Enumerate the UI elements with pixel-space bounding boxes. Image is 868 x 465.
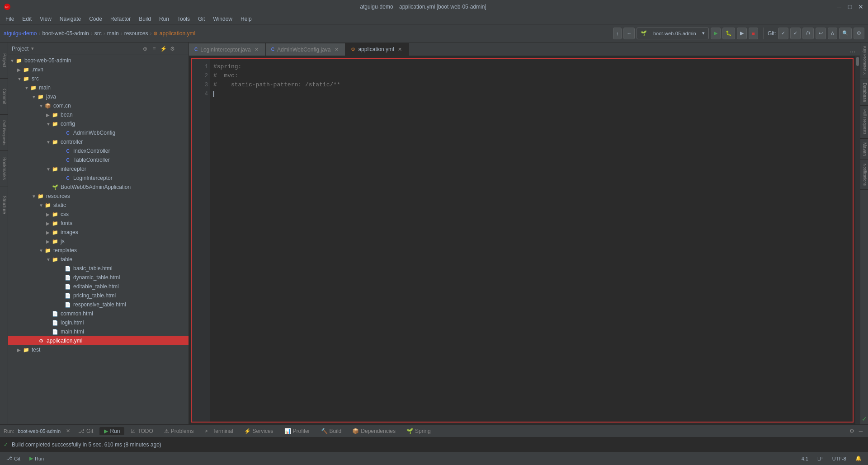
menu-window[interactable]: Window xyxy=(209,15,236,23)
collapse-all-icon[interactable]: ≡ xyxy=(151,45,158,52)
maven-tab[interactable]: Maven xyxy=(860,139,868,160)
hide-bottom-panel-icon[interactable]: ─ xyxy=(857,427,864,435)
tree-item-login-html[interactable]: ▶ 📄 login.html xyxy=(8,318,189,327)
bottom-tab-spring[interactable]: 🌱 Spring xyxy=(402,427,435,435)
breadcrumb-project[interactable]: atguigu-demo xyxy=(4,30,37,37)
tree-item-pricing-table[interactable]: ▶ 📄 pricing_table.html xyxy=(8,291,189,300)
tree-item-templates[interactable]: ▼ 📁 templates xyxy=(8,246,189,255)
menu-git[interactable]: Git xyxy=(194,15,208,23)
encoding[interactable]: UTF-8 xyxy=(830,455,849,462)
stop-button[interactable]: ■ xyxy=(749,28,758,39)
arrow-images[interactable]: ▶ xyxy=(46,230,52,235)
arrow-static[interactable]: ▼ xyxy=(39,203,44,208)
menu-run[interactable]: Run xyxy=(156,15,173,23)
arrow-fonts[interactable]: ▶ xyxy=(46,221,52,226)
arrow-src[interactable]: ▼ xyxy=(17,76,23,81)
database-tab[interactable]: Database xyxy=(860,79,868,106)
filter-icon[interactable]: ⚡ xyxy=(160,45,167,52)
navigate-back-button[interactable]: ← xyxy=(623,28,635,39)
bottom-tab-services[interactable]: ⚡ Services xyxy=(240,427,278,435)
bottom-tab-build[interactable]: 🔨 Build xyxy=(316,427,346,435)
tree-item-dynamic-table[interactable]: ▶ 📄 dynamic_table.html xyxy=(8,273,189,282)
notifications-tab[interactable]: Notifications xyxy=(860,160,868,190)
arrow-main[interactable]: ▼ xyxy=(24,85,30,90)
tree-item-basic-table[interactable]: ▶ 📄 basic_table.html xyxy=(8,264,189,273)
arrow-comcn[interactable]: ▼ xyxy=(39,103,44,108)
breadcrumb-resources[interactable]: resources xyxy=(124,30,148,37)
menu-code[interactable]: Code xyxy=(85,15,106,23)
tree-item-config[interactable]: ▼ 📁 config xyxy=(8,119,189,128)
menu-refactor[interactable]: Refactor xyxy=(107,15,134,23)
run-configuration[interactable]: 🌱 boot-web-05-admin ▾ xyxy=(637,28,709,39)
run-status[interactable]: ▶ Run xyxy=(27,455,47,462)
tree-item-interceptor[interactable]: ▼ 📁 interceptor xyxy=(8,164,189,174)
arrow-root[interactable]: ▼ xyxy=(10,58,15,63)
tree-item-main[interactable]: ▼ 📁 main xyxy=(8,83,189,92)
menu-help[interactable]: Help xyxy=(237,15,255,23)
project-tab-vertical[interactable]: Project xyxy=(0,42,8,79)
arrow-css[interactable]: ▶ xyxy=(46,212,52,217)
tree-item-src[interactable]: ▼ 📁 src xyxy=(8,74,189,83)
bottom-tab-run[interactable]: ▶ Run xyxy=(99,427,124,435)
tree-item-mvn[interactable]: ▶ 📁 .mvn xyxy=(8,65,189,74)
arrow-interceptor[interactable]: ▼ xyxy=(46,167,52,172)
bottom-tab-git[interactable]: ⎇ Git xyxy=(74,427,98,435)
structure-tab-vertical[interactable]: Structure xyxy=(0,187,8,223)
settings-button[interactable]: ⚙ xyxy=(854,28,864,39)
tree-item-resources[interactable]: ▼ 📁 resources xyxy=(8,192,189,201)
tab-adminwebconfig[interactable]: C AdminWebConfig.java ✕ xyxy=(266,43,346,56)
tree-item-root[interactable]: ▼ 📁 boot-web-05-admin xyxy=(8,56,189,65)
git-branch-status[interactable]: ⎇ Git xyxy=(4,455,23,462)
bottom-tab-terminal[interactable]: >_ Terminal xyxy=(200,427,238,435)
tree-item-comcn[interactable]: ▼ 📦 com.cn xyxy=(8,101,189,110)
tree-item-js[interactable]: ▶ 📁 js xyxy=(8,237,189,246)
run-button[interactable]: ▶ xyxy=(711,28,721,39)
menu-edit[interactable]: Edit xyxy=(19,15,35,23)
menu-view[interactable]: View xyxy=(36,15,55,23)
tree-item-java[interactable]: ▼ 📁 java xyxy=(8,92,189,101)
arrow-bean[interactable]: ▶ xyxy=(46,113,52,117)
debug-button[interactable]: 🐛 xyxy=(722,28,735,39)
tree-item-css[interactable]: ▶ 📁 css xyxy=(8,210,189,219)
tree-item-application-yml[interactable]: ▶ ⚙ application.yml xyxy=(8,336,189,345)
search-everywhere-button[interactable]: 🔍 xyxy=(839,28,852,39)
tree-item-indexcontroller[interactable]: ▶ C IndexController xyxy=(8,146,189,155)
tree-item-adminwebconfig[interactable]: ▶ C AdminWebConfig xyxy=(8,128,189,137)
tree-item-bootweb05[interactable]: ▶ 🌱 BootWeb05AdminApplication xyxy=(8,183,189,192)
bookmarks-tab-vertical[interactable]: Bookmarks xyxy=(0,151,8,187)
arrow-templates[interactable]: ▼ xyxy=(39,248,44,253)
pull-requests-tab-right[interactable]: Pull Requests xyxy=(860,106,868,139)
bottom-tab-profiler[interactable]: 📊 Profiler xyxy=(280,427,315,435)
bottom-tab-problems[interactable]: ⚠ Problems xyxy=(160,427,198,435)
tree-item-controller[interactable]: ▼ 📁 controller xyxy=(8,137,189,146)
git-history-button[interactable]: ⏱ xyxy=(802,28,814,39)
tree-item-table[interactable]: ▼ 📁 table xyxy=(8,255,189,264)
arrow-table[interactable]: ▼ xyxy=(46,257,52,262)
code-editor-content[interactable]: 1 2 3 4 #spring: # mvc: # static-path-pa… xyxy=(191,58,854,423)
git-translate-button[interactable]: A xyxy=(828,28,837,39)
git-check-button[interactable]: ✓ xyxy=(778,28,788,39)
line-ending[interactable]: LF xyxy=(815,455,826,462)
tree-item-bean[interactable]: ▶ 📁 bean xyxy=(8,110,189,119)
update-button[interactable]: ↑ xyxy=(613,28,622,39)
tab-close-adminwebconfig[interactable]: ✕ xyxy=(333,47,340,53)
settings-bottom-icon[interactable]: ⚙ xyxy=(848,427,855,435)
tab-close-application-yml[interactable]: ✕ xyxy=(397,46,403,52)
menu-navigate[interactable]: Navigate xyxy=(56,15,85,23)
scrollbar-thumb[interactable] xyxy=(856,57,859,66)
tree-item-static[interactable]: ▼ 📁 static xyxy=(8,201,189,210)
breadcrumb-src[interactable]: src xyxy=(94,30,102,37)
editor-scrollbar[interactable] xyxy=(855,56,860,424)
ide-notifications[interactable]: 🔔 xyxy=(853,455,864,462)
tree-item-responsive-table[interactable]: ▶ 📄 responsive_table.html xyxy=(8,300,189,309)
tree-item-fonts[interactable]: ▶ 📁 fonts xyxy=(8,219,189,228)
tree-item-common-html[interactable]: ▶ 📄 common.html xyxy=(8,309,189,318)
cursor-position[interactable]: 4:1 xyxy=(799,455,811,462)
close-run-icon[interactable]: ✕ xyxy=(66,428,70,434)
tree-item-images[interactable]: ▶ 📁 images xyxy=(8,228,189,237)
expand-all-icon[interactable]: ⊕ xyxy=(142,45,149,52)
arrow-java[interactable]: ▼ xyxy=(32,94,37,99)
tab-application-yml[interactable]: ⚙ application.yml ✕ xyxy=(345,43,409,56)
tree-item-main-html[interactable]: ▶ 📄 main.html xyxy=(8,327,189,336)
arrow-resources[interactable]: ▼ xyxy=(32,194,37,199)
